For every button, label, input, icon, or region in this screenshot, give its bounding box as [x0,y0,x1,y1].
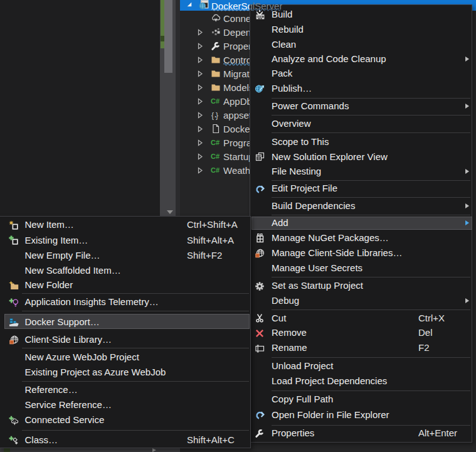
svg-text:C#: C# [211,139,219,146]
svg-text:C#: C# [211,153,219,160]
svg-text:}: } [216,111,218,120]
svg-text:C#: C# [211,97,219,105]
svg-text:{: { [211,111,214,120]
svg-text:C#: C# [211,166,219,174]
